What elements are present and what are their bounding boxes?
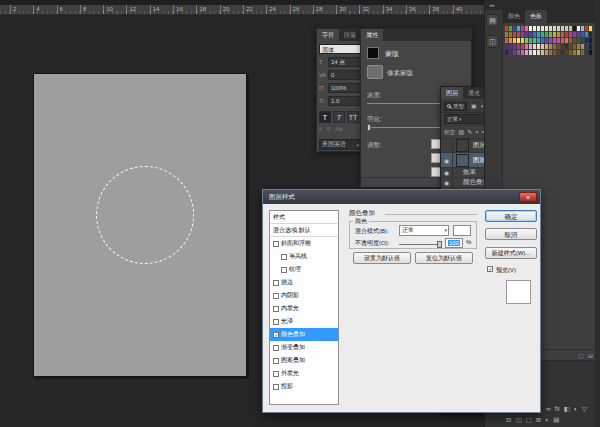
color-swatch[interactable] [577, 26, 580, 31]
opentype-button[interactable]: ﬂ [327, 126, 330, 132]
color-swatch[interactable] [521, 50, 524, 55]
color-swatch[interactable] [589, 50, 592, 55]
new-style-button[interactable]: 新建样式(W)... [485, 247, 537, 259]
blend-mode-select[interactable]: 正常 [399, 225, 449, 236]
color-swatch[interactable] [537, 38, 540, 43]
layers-footer-icon[interactable]: ◧ [564, 405, 570, 413]
blend-mode-dropdown[interactable]: 正常 [444, 114, 485, 124]
dock-collapse-icon[interactable]: ◂◂ [485, 0, 600, 10]
style-list-item[interactable]: 样式 [270, 211, 338, 224]
color-swatch[interactable] [545, 38, 548, 43]
style-checkbox[interactable] [281, 254, 287, 260]
lock-icon[interactable]: ▨ [459, 128, 465, 136]
style-list-item[interactable]: 纹理 [270, 263, 338, 276]
layers-panel-tab[interactable]: 通道 [463, 87, 485, 99]
opacity-slider[interactable] [399, 244, 441, 245]
color-swatch[interactable] [505, 38, 508, 43]
layers-footer-icon[interactable]: ▢ [526, 416, 532, 424]
style-checkbox[interactable] [273, 371, 279, 377]
layer-thumbnail[interactable] [456, 154, 469, 167]
color-swatch[interactable] [525, 32, 528, 37]
language-dropdown[interactable]: 美国英语 [319, 139, 361, 150]
color-swatch[interactable] [573, 26, 576, 31]
color-swatch[interactable] [569, 26, 572, 31]
style-list-item[interactable]: 图案叠加 [270, 354, 338, 367]
color-swatch[interactable] [569, 44, 572, 49]
properties-tab[interactable]: 属性 [361, 29, 383, 41]
character-field-value[interactable]: 0 [328, 70, 361, 80]
color-swatch[interactable] [549, 32, 552, 37]
color-swatch[interactable] [573, 50, 576, 55]
color-swatch[interactable] [553, 26, 556, 31]
preview-checkbox[interactable] [487, 266, 493, 272]
color-swatch[interactable] [569, 50, 572, 55]
color-swatch[interactable] [533, 26, 536, 31]
character-field-value[interactable]: 14 点 [328, 57, 361, 67]
color-swatch[interactable] [565, 44, 568, 49]
color-swatch[interactable] [577, 44, 580, 49]
color-swatch[interactable] [505, 44, 508, 49]
color-swatch[interactable] [549, 26, 552, 31]
color-swatch[interactable] [533, 38, 536, 43]
color-swatch[interactable] [549, 38, 552, 43]
color-swatch[interactable] [513, 38, 516, 43]
color-swatch[interactable] [553, 44, 556, 49]
color-swatch[interactable] [569, 38, 572, 43]
close-icon[interactable]: × [519, 192, 537, 202]
color-swatch[interactable] [577, 32, 580, 37]
color-swatch[interactable] [521, 44, 524, 49]
eye-well[interactable]: ◉ [441, 178, 453, 187]
font-style-button[interactable]: TT [347, 111, 359, 123]
style-list-item[interactable]: 混合选项:默认 [270, 224, 338, 237]
layers-footer-icon[interactable]: ⊟ [506, 416, 511, 424]
lock-icon[interactable]: ✎ [467, 128, 472, 136]
style-checkbox[interactable] [273, 358, 279, 364]
font-style-button[interactable]: T [319, 111, 331, 123]
color-swatch[interactable] [541, 44, 544, 49]
style-checkbox[interactable] [273, 319, 279, 325]
color-swatch[interactable] [517, 38, 520, 43]
layer-name[interactable]: 效果 [463, 168, 476, 177]
color-swatch[interactable] [585, 26, 588, 31]
character-panel-tab[interactable]: 段落 [339, 29, 361, 41]
color-swatch[interactable] [533, 44, 536, 49]
color-swatch[interactable] [505, 50, 508, 55]
layer-thumbnail[interactable] [456, 139, 469, 152]
visibility-eye-icon[interactable]: ◉ [444, 169, 449, 176]
swatches-footer-icon[interactable]: ▢ [578, 352, 584, 360]
opentype-button[interactable]: Aa [335, 126, 342, 132]
color-swatch[interactable] [549, 50, 552, 55]
color-swatch[interactable] [573, 32, 576, 37]
color-swatch[interactable] [517, 26, 520, 31]
color-swatch[interactable] [589, 32, 592, 37]
collapsed-panel-icon[interactable]: ▤ [486, 14, 499, 27]
color-swatch[interactable] [557, 26, 560, 31]
cancel-button[interactable]: 取消 [485, 228, 537, 240]
color-swatch[interactable] [557, 44, 560, 49]
style-list-item[interactable]: 描边 [270, 276, 338, 289]
color-swatch[interactable] [525, 38, 528, 43]
font-style-button[interactable]: T [333, 111, 345, 123]
style-list-item[interactable]: 斜面和浮雕 [270, 237, 338, 250]
style-checkbox[interactable] [273, 384, 279, 390]
color-swatch[interactable] [541, 32, 544, 37]
color-swatch[interactable] [509, 26, 512, 31]
color-swatch[interactable] [541, 26, 544, 31]
color-swatch[interactable] [553, 32, 556, 37]
style-list-item[interactable]: 光泽 [270, 315, 338, 328]
visibility-eye-icon[interactable]: ◉ [444, 157, 449, 164]
color-swatch[interactable] [509, 38, 512, 43]
feather-slider-handle[interactable] [367, 124, 371, 131]
eye-well[interactable]: ◉ [441, 138, 453, 152]
style-list-item[interactable]: 颜色叠加 [270, 328, 338, 341]
color-swatch[interactable] [545, 32, 548, 37]
color-swatch[interactable] [553, 38, 556, 43]
color-swatch[interactable] [549, 44, 552, 49]
color-swatch[interactable] [521, 32, 524, 37]
color-swatch[interactable] [513, 32, 516, 37]
color-swatch[interactable] [529, 38, 532, 43]
layers-panel-tab[interactable]: 图层 [441, 87, 463, 99]
opentype-button[interactable]: fi [319, 126, 322, 132]
color-swatch[interactable] [525, 50, 528, 55]
character-field-value[interactable]: 100% [328, 83, 361, 93]
